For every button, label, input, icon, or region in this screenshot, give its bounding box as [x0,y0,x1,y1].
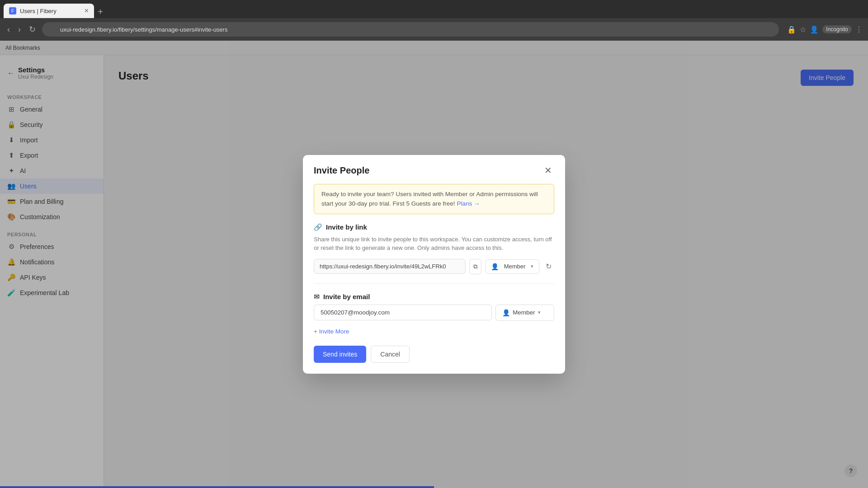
link-row: ⧉ 👤 Member ▾ ↻ [314,259,554,274]
link-role-select[interactable]: 👤 Member ▾ [485,259,539,274]
email-role-label: Member [513,309,535,316]
bookmark-icon[interactable]: ☆ [800,25,806,34]
email-input[interactable] [314,305,492,320]
incognito-badge: Incognito [822,25,852,33]
invite-by-email-section: ✉ Invite by email 👤 Member ▾ + Invite Mo… [314,293,554,337]
reload-button[interactable]: ↻ [27,23,38,36]
plans-link[interactable]: Plans → [457,200,480,207]
email-role-select[interactable]: 👤 Member ▾ [495,305,554,321]
modal-title: Invite People [314,165,369,176]
section-divider [314,283,554,284]
invite-by-link-desc: Share this unique link to invite people … [314,235,554,253]
menu-icon[interactable]: ⋮ [855,25,863,34]
modal-body: Ready to invite your team? Users invited… [303,184,565,374]
modal-header: Invite People ✕ [303,155,565,184]
tab-bar: F Users | Fibery × + [0,0,868,18]
link-role-label: Member [504,263,526,270]
modal-actions: Send invites Cancel [314,346,554,363]
tab-title: Users | Fibery [20,8,57,14]
active-tab[interactable]: F Users | Fibery × [4,4,94,18]
email-icon: ✉ [314,293,320,301]
alert-text: Ready to invite your team? Users invited… [321,191,538,206]
invite-link-input[interactable] [314,259,466,274]
tab-close-button[interactable]: × [85,7,89,15]
browser-actions: 🔒 ☆ 👤 Incognito ⋮ [787,25,863,34]
new-tab-button[interactable]: + [94,5,107,18]
browser-chrome: F Users | Fibery × + ‹ › ↻ 🔒 ☆ 👤 Incogni… [0,0,868,41]
invite-by-link-section: 🔗 Invite by link Share this unique link … [314,223,554,274]
invite-by-email-title: ✉ Invite by email [314,293,554,301]
tab-favicon: F [9,7,16,14]
send-invites-button[interactable]: Send invites [314,346,366,363]
email-role-chevron: ▾ [538,310,541,315]
forward-button[interactable]: › [16,23,23,36]
refresh-link-button[interactable]: ↻ [543,259,554,273]
cancel-button[interactable]: Cancel [371,346,410,363]
invite-more-label: + Invite More [314,328,349,335]
address-input[interactable] [42,22,779,37]
link-role-chevron: ▾ [531,263,533,269]
email-member-icon: 👤 [502,309,510,316]
invite-by-link-title: 🔗 Invite by link [314,223,554,231]
alert-banner: Ready to invite your team? Users invited… [314,184,554,214]
modal-overlay: Invite People ✕ Ready to invite your tea… [0,41,868,488]
copy-icon: ⧉ [473,263,477,270]
link-icon: 🔗 [314,223,322,231]
email-row: 👤 Member ▾ [314,305,554,321]
modal-close-button[interactable]: ✕ [542,164,554,177]
profile-icon[interactable]: 👤 [810,25,819,34]
member-icon: 👤 [491,263,499,270]
copy-link-button[interactable]: ⧉ [469,259,481,274]
address-bar: ‹ › ↻ 🔒 ☆ 👤 Incognito ⋮ [0,18,868,41]
back-button[interactable]: ‹ [5,23,12,36]
lock-icon: 🔒 [787,25,796,34]
refresh-icon: ↻ [546,263,552,270]
invite-modal: Invite People ✕ Ready to invite your tea… [303,155,565,374]
invite-more-button[interactable]: + Invite More [314,326,349,337]
